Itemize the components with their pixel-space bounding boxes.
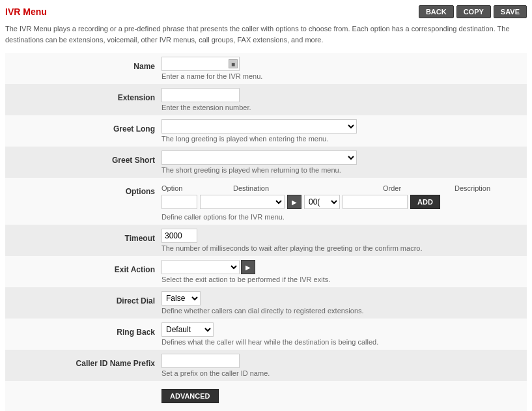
greet-short-label: Greet Short: [5, 147, 161, 178]
header-buttons: BACK COPY SAVE: [419, 5, 527, 18]
options-hint: Define caller options for the IVR menu.: [161, 213, 527, 221]
advanced-spacer: [5, 381, 161, 411]
caller-id-prefix-input[interactable]: [161, 354, 240, 368]
extension-input[interactable]: [161, 88, 240, 102]
form-table: Name ■ Enter a name for the IVR menu. Ex…: [5, 53, 527, 411]
direct-dial-wrap: False True: [161, 291, 201, 305]
copy-button[interactable]: COPY: [456, 5, 491, 18]
timeout-label: Timeout: [5, 225, 161, 256]
exit-action-select[interactable]: [161, 260, 240, 274]
advanced-button[interactable]: ADVANCED: [161, 389, 219, 403]
col-destination: Destination: [233, 184, 311, 192]
col-order: Order: [383, 184, 435, 192]
destination-select[interactable]: [200, 195, 285, 209]
advanced-btn-cell: ADVANCED: [161, 381, 527, 411]
direct-dial-hint: Define whether callers can dial directly…: [161, 307, 527, 315]
name-input-wrap: ■: [161, 57, 240, 71]
name-input[interactable]: [161, 57, 240, 71]
options-label: Options: [5, 178, 161, 225]
page-description: The IVR Menu plays a recording or a pre-…: [5, 23, 527, 45]
ring-back-label: Ring Back: [5, 319, 161, 350]
greet-long-select-wrap: [161, 119, 357, 134]
timeout-input[interactable]: [161, 229, 197, 243]
timeout-hint: The number of milliseconds to wait after…: [161, 244, 527, 252]
options-field-cell: Option Destination Order Description ▶ 0…: [161, 178, 527, 225]
exit-play-button[interactable]: ▶: [241, 260, 255, 274]
ring-back-wrap: Default: [161, 322, 214, 337]
exit-action-hint: Select the exit action to be performed i…: [161, 276, 527, 283]
extension-field-cell: Enter the extension number.: [161, 84, 527, 115]
ring-back-hint: Defines what the caller will hear while …: [161, 338, 527, 346]
page-header: IVR Menu BACK COPY SAVE: [5, 5, 527, 18]
exit-action-label: Exit Action: [5, 256, 161, 287]
options-section: Option Destination Order Description ▶ 0…: [161, 182, 527, 212]
col-description: Description: [455, 184, 520, 192]
page-title: IVR Menu: [5, 7, 47, 17]
option-input[interactable]: [161, 195, 197, 209]
timeout-field-cell: The number of milliseconds to wait after…: [161, 225, 527, 256]
greet-short-select-wrap: [161, 150, 357, 165]
exit-action-wrap: ▶: [161, 260, 255, 274]
ring-back-field-cell: Default Defines what the caller will hea…: [161, 319, 527, 350]
greet-short-field-cell: The short greeting is played when return…: [161, 147, 527, 178]
caller-id-prefix-field-cell: Set a prefix on the caller ID name.: [161, 350, 527, 381]
name-field-cell: ■ Enter a name for the IVR menu.: [161, 53, 527, 84]
greet-short-hint: The short greeting is played when return…: [161, 166, 527, 174]
name-hint: Enter a name for the IVR menu.: [161, 72, 527, 80]
back-button[interactable]: BACK: [419, 5, 454, 18]
play-button[interactable]: ▶: [287, 195, 301, 209]
options-header: Option Destination Order Description: [161, 184, 527, 192]
save-button[interactable]: SAVE: [494, 5, 527, 18]
greet-long-select[interactable]: [161, 119, 357, 134]
exit-action-field-cell: ▶ Select the exit action to be performed…: [161, 256, 527, 287]
name-label: Name: [5, 53, 161, 84]
order-select[interactable]: 00(: [304, 195, 340, 209]
extension-label: Extension: [5, 84, 161, 115]
caller-id-prefix-hint: Set a prefix on the caller ID name.: [161, 369, 527, 377]
add-button[interactable]: ADD: [410, 195, 440, 209]
info-icon[interactable]: ■: [229, 59, 238, 68]
greet-short-select[interactable]: [161, 150, 357, 165]
direct-dial-label: Direct Dial: [5, 287, 161, 319]
direct-dial-select[interactable]: False True: [161, 291, 201, 305]
greet-long-hint: The long greeting is played when enterin…: [161, 135, 527, 143]
direct-dial-field-cell: False True Define whether callers can di…: [161, 287, 527, 319]
description-input[interactable]: [343, 195, 408, 209]
greet-long-label: Greet Long: [5, 115, 161, 147]
col-option: Option: [161, 184, 214, 192]
options-row: ▶ 00( ADD: [161, 195, 527, 209]
ring-back-select[interactable]: Default: [161, 322, 214, 337]
greet-long-field-cell: The long greeting is played when enterin…: [161, 115, 527, 147]
caller-id-prefix-label: Caller ID Name Prefix: [5, 350, 161, 381]
extension-hint: Enter the extension number.: [161, 104, 527, 111]
